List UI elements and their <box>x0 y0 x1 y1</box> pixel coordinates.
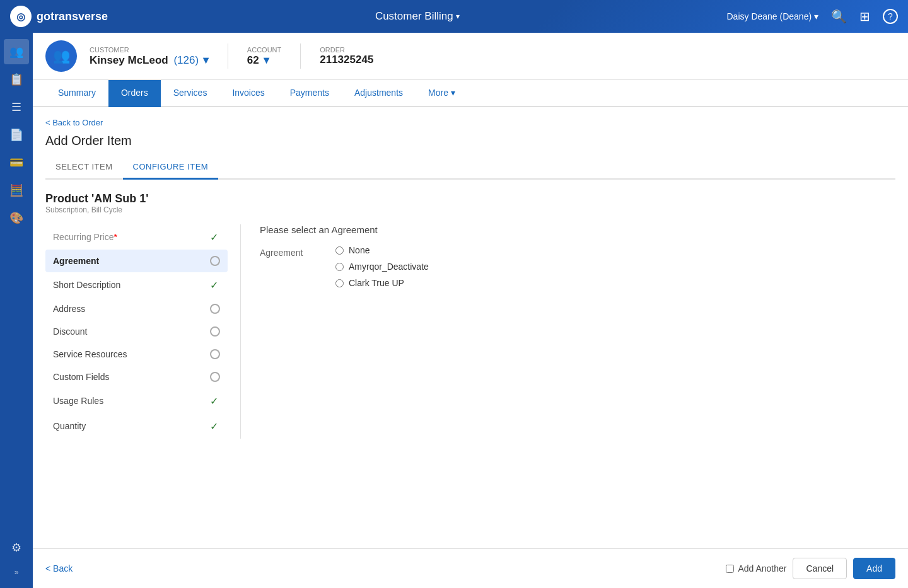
step-discount[interactable]: Discount <box>45 320 228 343</box>
step-label-service-resources: Service Resources <box>53 349 127 359</box>
divider-2 <box>300 43 301 69</box>
step-icon-short-description: ✓ <box>207 279 220 291</box>
sidebar-item-calculator[interactable]: 🧮 <box>4 178 29 203</box>
logo-text: gotransverse <box>37 10 108 23</box>
agreement-field-label: Agreement <box>260 245 317 258</box>
card-icon: 💳 <box>9 156 23 170</box>
step-icon-agreement <box>210 256 220 266</box>
tab-payments[interactable]: Payments <box>277 80 342 107</box>
divider-1 <box>228 43 228 69</box>
account-value: 62 ▾ <box>247 54 281 67</box>
agreement-row: Agreement None Amyrqor_Deactivate <box>260 245 895 288</box>
customer-header: 👥 CUSTOMER Kinsey McLeod (126) ▾ ACCOUNT… <box>33 33 908 80</box>
steps-panel: Recurring Price* ✓ Agreement Short Descr… <box>45 224 241 439</box>
document-icon: 📄 <box>9 128 23 142</box>
logo[interactable]: ◎ gotransverse <box>10 6 108 27</box>
step-label-recurring-price: Recurring Price* <box>53 232 117 242</box>
step-icon-quantity: ✓ <box>207 420 220 432</box>
account-dropdown-icon[interactable]: ▾ <box>264 54 269 66</box>
add-another-checkbox-label[interactable]: Add Another <box>726 563 786 574</box>
grid-icon[interactable]: ⊞ <box>859 9 870 24</box>
sidebar-item-copy[interactable]: 📋 <box>4 67 29 92</box>
product-header: Product 'AM Sub 1' Subscription, Bill Cy… <box>45 192 895 214</box>
step-label-quantity: Quantity <box>53 421 86 431</box>
agreement-option-amyrqor[interactable]: Amyrqor_Deactivate <box>335 262 429 272</box>
step-label-discount: Discount <box>53 326 87 337</box>
search-icon[interactable]: 🔍 <box>831 9 847 24</box>
tab-invoices[interactable]: Invoices <box>219 80 277 107</box>
palette-icon: 🎨 <box>9 211 23 225</box>
sub-tabs: SELECT ITEM CONFIGURE ITEM <box>45 156 895 180</box>
page-content: < Back to Order Add Order Item SELECT IT… <box>33 107 908 548</box>
tab-more[interactable]: More ▾ <box>416 80 468 107</box>
tab-orders[interactable]: Orders <box>108 80 161 107</box>
app-title[interactable]: Customer Billing ▾ <box>108 10 726 23</box>
sidebar-item-settings[interactable]: ⚙ <box>4 535 29 560</box>
account-section: ACCOUNT 62 ▾ <box>247 46 281 67</box>
footer-right: Add Another Cancel Add <box>726 558 895 579</box>
sidebar-item-palette[interactable]: 🎨 <box>4 205 29 231</box>
step-label-address: Address <box>53 304 85 314</box>
sidebar-item-document[interactable]: 📄 <box>4 122 29 147</box>
agreement-option-none[interactable]: None <box>335 245 429 255</box>
order-section: ORDER 211325245 <box>320 46 373 66</box>
step-quantity[interactable]: Quantity ✓ <box>45 413 228 439</box>
customer-info: CUSTOMER Kinsey McLeod (126) ▾ <box>90 46 209 67</box>
app-title-chevron: ▾ <box>456 12 460 21</box>
sidebar-item-card[interactable]: 💳 <box>4 150 29 175</box>
step-short-description[interactable]: Short Description ✓ <box>45 272 228 297</box>
product-title: Product 'AM Sub 1' <box>45 192 895 205</box>
product-subtitle: Subscription, Bill Cycle <box>45 205 895 214</box>
agreement-option-clark[interactable]: Clark True UP <box>335 278 429 288</box>
users-icon: 👥 <box>9 45 23 59</box>
radio-clark[interactable] <box>335 279 344 287</box>
cancel-button[interactable]: Cancel <box>793 558 847 579</box>
step-icon-usage-rules: ✓ <box>207 395 220 407</box>
footer-left: < Back <box>45 563 73 574</box>
sidebar-item-users[interactable]: 👥 <box>4 39 29 64</box>
help-icon[interactable]: ? <box>883 9 898 24</box>
back-to-order-link[interactable]: < Back to Order <box>45 118 103 127</box>
agreement-options: None Amyrqor_Deactivate Clark True UP <box>335 245 429 288</box>
step-icon-address <box>210 304 220 314</box>
radio-amyrqor[interactable] <box>335 263 344 271</box>
step-address[interactable]: Address <box>45 297 228 320</box>
customer-name: Kinsey McLeod (126) ▾ <box>90 54 209 67</box>
add-button[interactable]: Add <box>853 558 895 579</box>
step-icon-discount <box>210 326 220 337</box>
page-title: Add Order Item <box>45 134 895 148</box>
list-icon: ☰ <box>11 100 21 114</box>
tab-adjustments[interactable]: Adjustments <box>342 80 416 107</box>
top-nav-right: Daisy Deane (Deane) ▾ 🔍 ⊞ ? <box>726 9 898 24</box>
settings-icon: ⚙ <box>11 541 21 555</box>
sidebar-item-list[interactable]: ☰ <box>4 95 29 120</box>
sub-tab-select-item[interactable]: SELECT ITEM <box>45 156 123 180</box>
step-label-agreement: Agreement <box>53 256 99 266</box>
sub-tab-configure-item[interactable]: CONFIGURE ITEM <box>123 156 219 180</box>
content-area: 👥 CUSTOMER Kinsey McLeod (126) ▾ ACCOUNT… <box>33 33 908 588</box>
customer-id-badge: (126) <box>173 54 199 66</box>
form-panel: Please select an Agreement Agreement Non… <box>241 224 895 439</box>
step-label-custom-fields: Custom Fields <box>53 372 109 382</box>
step-icon-recurring-price: ✓ <box>207 231 220 243</box>
logo-initial: ◎ <box>16 11 25 23</box>
step-agreement[interactable]: Agreement <box>45 250 228 272</box>
step-icon-service-resources <box>210 349 220 359</box>
step-service-resources[interactable]: Service Resources <box>45 343 228 366</box>
customer-dropdown-icon[interactable]: ▾ <box>203 54 209 66</box>
customer-label: CUSTOMER <box>90 46 209 54</box>
step-usage-rules[interactable]: Usage Rules ✓ <box>45 388 228 413</box>
page-footer: < Back Add Another Cancel Add <box>33 548 908 588</box>
add-another-checkbox[interactable] <box>726 565 734 573</box>
tab-services[interactable]: Services <box>161 80 220 107</box>
top-nav: ◎ gotransverse Customer Billing ▾ Daisy … <box>0 0 908 33</box>
back-button[interactable]: < Back <box>45 563 73 574</box>
customer-avatar: 👥 <box>45 40 77 72</box>
tab-summary[interactable]: Summary <box>45 80 108 107</box>
user-info[interactable]: Daisy Deane (Deane) ▾ <box>726 11 818 21</box>
step-icon-custom-fields <box>210 372 220 382</box>
step-recurring-price[interactable]: Recurring Price* ✓ <box>45 224 228 250</box>
step-custom-fields[interactable]: Custom Fields <box>45 366 228 388</box>
radio-none[interactable] <box>335 246 344 255</box>
sidebar-expand[interactable]: » <box>4 563 29 582</box>
